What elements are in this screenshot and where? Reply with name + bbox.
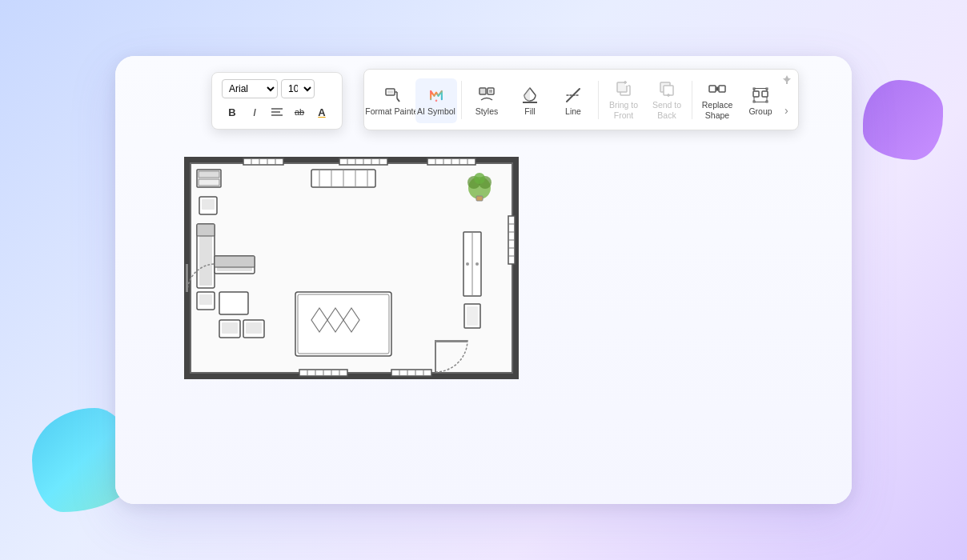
send-to-back-button[interactable]: Send toBack bbox=[646, 76, 688, 123]
pin-icon[interactable] bbox=[782, 74, 792, 86]
styles-icon bbox=[477, 86, 496, 105]
font-family-select[interactable]: Arial bbox=[222, 79, 278, 98]
bring-to-front-label: Bring toFront bbox=[609, 100, 638, 120]
svg-rect-4 bbox=[387, 90, 393, 94]
replace-shape-button[interactable]: ReplaceShape bbox=[696, 76, 738, 123]
line-button[interactable]: Line bbox=[552, 78, 594, 123]
fontcolor-button[interactable]: A bbox=[311, 102, 332, 122]
line-icon bbox=[564, 86, 583, 105]
svg-point-8 bbox=[435, 99, 438, 102]
strikethrough-button[interactable]: ab bbox=[289, 102, 310, 122]
svg-rect-32 bbox=[766, 101, 768, 102]
svg-rect-91 bbox=[215, 256, 255, 267]
app-background: Arial 10 B I ab A bbox=[0, 0, 967, 560]
styles-button[interactable]: Styles bbox=[466, 78, 508, 123]
format-painter-icon bbox=[383, 86, 403, 105]
text-format-row: B I ab A bbox=[222, 102, 332, 122]
italic-button[interactable]: I bbox=[244, 102, 265, 122]
fill-icon bbox=[520, 86, 540, 105]
svg-rect-96 bbox=[222, 322, 238, 334]
align-button[interactable] bbox=[267, 102, 287, 122]
svg-rect-28 bbox=[762, 91, 768, 97]
svg-rect-88 bbox=[197, 224, 215, 236]
svg-rect-114 bbox=[467, 306, 478, 326]
more-button[interactable]: › bbox=[784, 104, 788, 123]
bold-button[interactable]: B bbox=[222, 102, 243, 122]
format-painter-button[interactable]: Format Painter bbox=[372, 78, 414, 123]
floorplan-canvas[interactable] bbox=[179, 152, 524, 387]
svg-rect-94 bbox=[199, 294, 212, 305]
send-to-back-icon bbox=[657, 79, 676, 98]
fill-button[interactable]: Fill bbox=[509, 78, 551, 123]
ai-symbol-icon bbox=[427, 86, 446, 105]
fill-label: Fill bbox=[524, 106, 535, 117]
svg-rect-70 bbox=[391, 370, 431, 376]
blob-purple-decoration bbox=[863, 80, 943, 160]
group-button[interactable]: Group bbox=[740, 78, 781, 123]
svg-rect-26 bbox=[719, 86, 725, 92]
svg-rect-11 bbox=[488, 88, 494, 94]
svg-point-111 bbox=[466, 262, 469, 266]
bring-to-front-button[interactable]: Bring toFront bbox=[603, 76, 644, 123]
svg-point-112 bbox=[475, 262, 479, 266]
font-row: Arial 10 bbox=[222, 79, 332, 98]
bring-to-front-icon bbox=[614, 79, 633, 98]
svg-rect-98 bbox=[246, 322, 262, 334]
toolbar-divider-3 bbox=[692, 81, 692, 119]
svg-rect-10 bbox=[480, 89, 485, 94]
svg-rect-99 bbox=[295, 292, 391, 356]
replace-shape-label: ReplaceShape bbox=[702, 100, 733, 120]
toolbar-divider-2 bbox=[598, 81, 599, 119]
send-to-back-label: Send toBack bbox=[652, 100, 681, 120]
svg-rect-31 bbox=[753, 101, 755, 102]
svg-rect-92 bbox=[219, 292, 248, 314]
format-painter-label: Format Painter bbox=[365, 106, 420, 117]
ai-symbol-button[interactable]: AI Symbol bbox=[415, 78, 457, 123]
svg-rect-25 bbox=[709, 86, 716, 92]
styles-label: Styles bbox=[475, 106, 499, 117]
svg-point-107 bbox=[474, 173, 485, 184]
svg-rect-27 bbox=[753, 91, 759, 97]
svg-rect-116 bbox=[435, 340, 467, 342]
floorplan-svg bbox=[179, 152, 524, 384]
font-size-select[interactable]: 10 bbox=[281, 79, 315, 98]
svg-rect-41 bbox=[243, 158, 283, 165]
svg-line-7 bbox=[397, 98, 399, 102]
shape-toolbar: Format Painter bbox=[363, 69, 799, 130]
text-format-toolbar: Arial 10 B I ab A bbox=[211, 72, 343, 130]
group-label: Group bbox=[748, 106, 772, 117]
svg-rect-108 bbox=[476, 196, 483, 201]
card-content: Arial 10 B I ab A bbox=[115, 56, 852, 504]
group-icon bbox=[751, 86, 770, 105]
toolbar-divider-1 bbox=[461, 81, 462, 119]
svg-rect-82 bbox=[199, 171, 219, 178]
replace-shape-icon bbox=[708, 79, 727, 98]
main-card: Arial 10 B I ab A bbox=[115, 56, 852, 504]
svg-rect-83 bbox=[199, 179, 219, 186]
ai-symbol-label: AI Symbol bbox=[417, 106, 455, 117]
svg-rect-85 bbox=[202, 199, 215, 210]
line-label: Line bbox=[565, 106, 581, 117]
svg-rect-118 bbox=[186, 264, 188, 292]
